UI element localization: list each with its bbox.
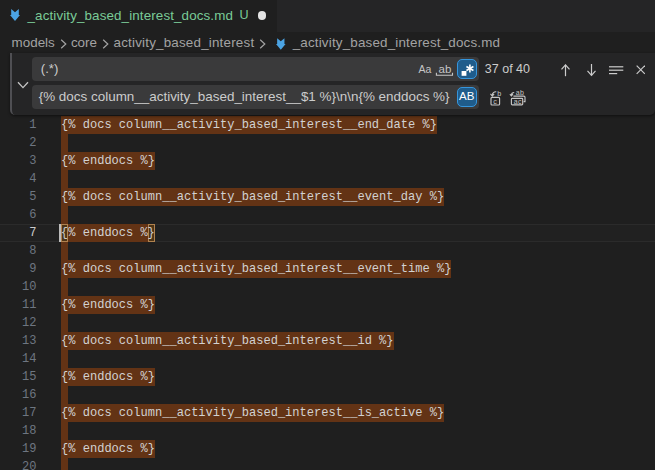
svg-text:ac: ac <box>514 98 522 105</box>
svg-text:b: b <box>497 89 501 98</box>
svg-text:ab: ab <box>439 63 452 75</box>
svg-text:ab: ab <box>516 89 525 96</box>
